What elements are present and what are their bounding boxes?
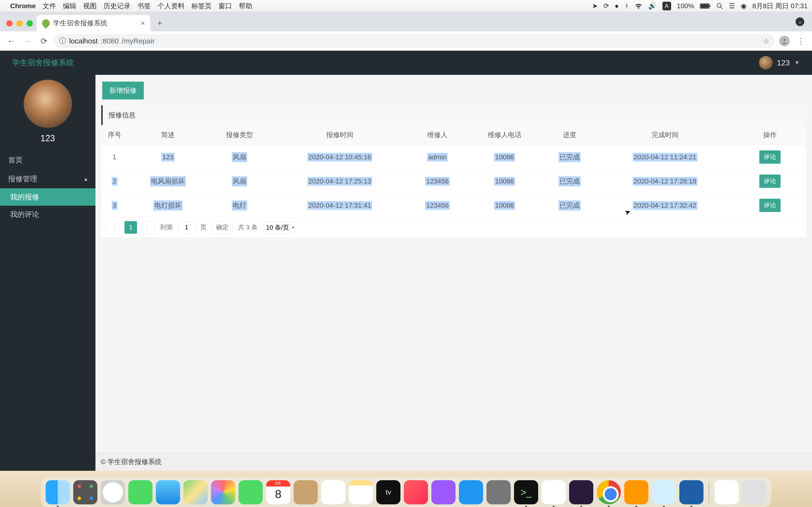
forward-button[interactable]: →	[21, 34, 34, 48]
card-title: 报修信息	[101, 105, 806, 125]
dock-chrome[interactable]	[597, 480, 621, 504]
dock-recent-doc[interactable]	[715, 480, 739, 504]
dock-launchpad[interactable]	[73, 480, 97, 504]
close-window-button[interactable]	[6, 20, 12, 26]
dock-contacts[interactable]	[294, 480, 318, 504]
dock-qq[interactable]	[542, 480, 566, 504]
dock-photos[interactable]	[211, 480, 235, 504]
sidebar-item-home[interactable]: 首页	[0, 151, 95, 169]
reload-button[interactable]: ⟳	[37, 34, 51, 48]
sidebar-item-my-comment[interactable]: 我的评论	[0, 206, 95, 223]
address-bar[interactable]: ⓘ localhost:8080/myRepair ☆	[54, 34, 775, 48]
tab-title: 学生宿舍报修系统	[53, 18, 107, 28]
profile-button[interactable]	[778, 34, 791, 48]
dock-tv[interactable]: tv	[376, 480, 400, 504]
dock-finder[interactable]	[46, 480, 70, 504]
table-cell: 10086	[466, 169, 543, 193]
table-cell: 123456	[408, 193, 466, 218]
battery-text: 100%	[677, 2, 694, 10]
repair-table: 序号 简述 报修类型 报修时间 维修人 维修人电话 进度 完成时间 操作	[101, 125, 806, 218]
sidebar-item-label: 我的报修	[10, 192, 39, 202]
siri-icon[interactable]: ◉	[741, 2, 747, 10]
back-button[interactable]: ←	[4, 34, 18, 48]
pager-goto-input[interactable]	[178, 222, 195, 233]
dock-sequel[interactable]	[679, 480, 704, 504]
dock-messages[interactable]	[128, 480, 152, 504]
comment-button[interactable]: 评论	[759, 175, 780, 188]
dock-sublime[interactable]	[624, 480, 648, 504]
fullscreen-window-button[interactable]	[27, 20, 33, 26]
svg-point-3	[717, 3, 721, 7]
dock-reminders[interactable]	[321, 480, 345, 504]
menubar-datetime[interactable]: 8月8日 周日 07:31	[752, 1, 808, 11]
dock-appstore[interactable]	[459, 480, 483, 504]
menu-tabs[interactable]: 标签页	[191, 1, 212, 11]
dock-eclipse[interactable]	[569, 480, 593, 504]
pager-size-select[interactable]: 10 条/页	[263, 222, 295, 233]
sidebar-item-my-repair[interactable]: 我的报修	[0, 188, 95, 206]
menu-file[interactable]: 文件	[43, 1, 56, 11]
menu-view[interactable]: 视图	[83, 1, 97, 11]
dock-mail[interactable]	[156, 480, 180, 504]
comment-button[interactable]: 评论	[759, 151, 780, 164]
dock-music[interactable]	[404, 480, 428, 504]
pager-prev-button[interactable]: 〈	[107, 221, 119, 234]
table-cell: 2020-04-12 17:32:42	[596, 193, 734, 218]
sync-icon[interactable]: ⟳	[603, 2, 609, 10]
menu-bookmarks[interactable]: 书签	[137, 1, 151, 11]
app-footer: © 学生宿舍报修系统	[95, 452, 812, 471]
volume-icon[interactable]: 🔊	[648, 2, 657, 10]
menu-edit[interactable]: 编辑	[63, 1, 77, 11]
bluetooth-icon[interactable]: ᚼ	[625, 2, 629, 10]
notification-icon[interactable]: ●	[615, 2, 619, 10]
comment-button[interactable]: 评论	[759, 199, 780, 212]
dock-safari[interactable]	[101, 480, 125, 504]
new-tab-button[interactable]: +	[154, 17, 166, 29]
create-repair-button[interactable]: 新增报修	[102, 81, 144, 100]
th-done: 完成时间	[596, 125, 734, 145]
dock-notes[interactable]	[349, 480, 373, 504]
avatar	[24, 80, 72, 128]
close-tab-icon[interactable]: ×	[141, 19, 145, 27]
dock-app-generic[interactable]	[652, 480, 676, 504]
header-user-menu[interactable]: 123 ▼	[759, 56, 800, 69]
battery-icon[interactable]	[700, 3, 711, 9]
menu-help[interactable]: 帮助	[239, 1, 252, 11]
location-icon[interactable]: ➤	[592, 2, 598, 10]
pager-page-1[interactable]: 1	[124, 221, 137, 234]
dock-maps[interactable]	[184, 480, 208, 504]
dock-podcasts[interactable]	[432, 480, 456, 504]
table-cell: 风扇	[208, 145, 271, 169]
minimize-window-button[interactable]	[16, 20, 23, 26]
pager-confirm-button[interactable]: 确定	[212, 221, 233, 234]
browser-toolbar: ← → ⟳ ⓘ localhost:8080/myRepair ☆ ⋮	[0, 32, 812, 51]
bookmark-star-icon[interactable]: ☆	[763, 37, 769, 45]
incognito-indicator-icon[interactable]: ⌄	[796, 17, 804, 26]
menu-window[interactable]: 窗口	[218, 1, 232, 11]
avatar	[759, 56, 773, 69]
site-info-icon[interactable]: ⓘ	[59, 36, 66, 46]
table-cell: 电灯损坏	[128, 193, 208, 218]
sidebar-item-repair-group[interactable]: 报修管理 ▴	[0, 169, 95, 188]
dock-trash[interactable]	[742, 480, 766, 504]
dock-terminal[interactable]: >_	[514, 480, 538, 504]
dock-preferences[interactable]	[487, 480, 511, 504]
pager-next-button[interactable]: 〉	[142, 221, 155, 234]
menu-profiles[interactable]: 个人资料	[158, 1, 185, 11]
browser-tab[interactable]: 学生宿舍报修系统 ×	[37, 15, 150, 32]
menubar-app-name[interactable]: Chrome	[10, 2, 36, 10]
pagination: 〈 1 〉 到第 页 确定 共 3 条 10 条/页	[101, 218, 806, 237]
dock-area: 8 tv >_	[0, 471, 812, 507]
chrome-menu-button[interactable]: ⋮	[794, 34, 808, 48]
input-source-icon[interactable]: A	[662, 2, 671, 10]
wifi-icon[interactable]	[635, 3, 642, 9]
table-row: 3电灯损坏电灯2020-04-12 17:31:4112345610086已完成…	[101, 193, 806, 218]
url-port: :8080	[101, 37, 119, 45]
dock-calendar[interactable]: 8	[266, 480, 290, 504]
menu-history[interactable]: 历史记录	[103, 1, 131, 11]
spotlight-icon[interactable]	[716, 3, 723, 9]
control-center-icon[interactable]: ☰	[729, 2, 735, 10]
dock: 8 tv >_	[41, 477, 771, 507]
table-cell: 10086	[466, 145, 543, 169]
dock-facetime[interactable]	[239, 480, 263, 504]
